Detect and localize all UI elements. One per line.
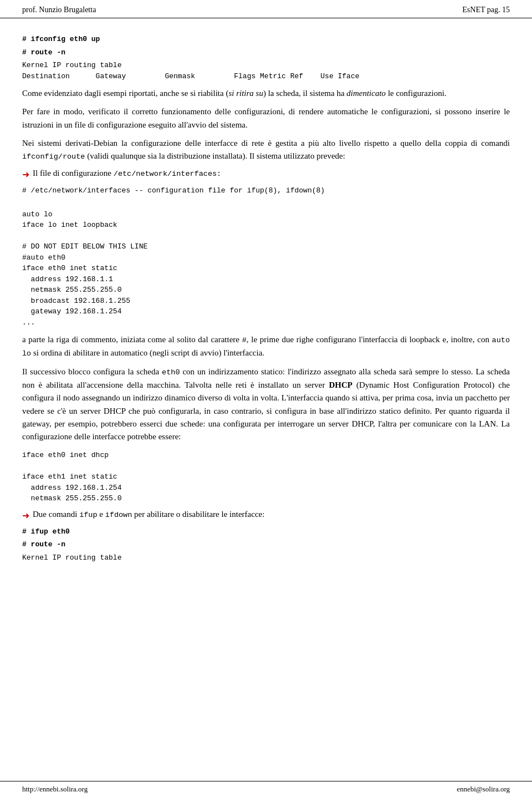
paragraph-1: Come evidenziato dagli esempi riportati,…	[22, 87, 510, 100]
arrow-text-1: Il file di configurazione /etc/network/i…	[33, 169, 510, 178]
code-bold-2: # route -n	[22, 48, 65, 57]
arrow-icon-2: ➜	[22, 510, 29, 521]
page-header: prof. Nunzio Brugaletta EsNET pag. 15	[0, 0, 532, 18]
code-ifdown: ifdown	[105, 511, 132, 519]
italic-phrase: si ritira su	[228, 89, 263, 98]
code-ifconfig-route: ifconfig/route	[22, 153, 85, 161]
paragraph-4: a parte la riga di commento, iniziata co…	[22, 333, 510, 360]
interfaces-code-block: # /etc/network/interfaces -- configurati…	[22, 184, 510, 329]
header-right: EsNET pag. 15	[462, 6, 510, 14]
page-footer: http://ennebi.solira.org ennebi@solira.o…	[0, 781, 532, 797]
paragraph-2: Per fare in modo, verificato il corretto…	[22, 105, 510, 131]
bold-dhcp: DHCP	[329, 380, 352, 389]
arrow-icon-1: ➜	[22, 169, 29, 180]
routing-table-header: Kernel IP routing table Destination Gate…	[22, 59, 510, 83]
paragraph-3: Nei sistemi derivati-Debian la configura…	[22, 137, 510, 163]
code-interfaces-path: /etc/network/interfaces:	[114, 170, 221, 178]
code-auto-lo: auto lo	[22, 336, 510, 358]
final-bold-2: # route -n	[22, 540, 65, 549]
code-bold-1: # ifconfig eth0 up	[22, 35, 100, 43]
final-code-line-3: Kernel IP routing table	[22, 551, 510, 565]
italic-dimenticato: dimenticato	[346, 89, 386, 98]
arrow-item-2: ➜ Due comandi ifup e ifdown per abilitar…	[22, 510, 510, 521]
final-code-line-2: # route -n	[22, 538, 510, 551]
initial-code-block: # ifconfig eth0 up # route -n Kernel IP …	[22, 33, 510, 83]
arrow-text-2: Due comandi ifup e ifdown per abilitare …	[33, 510, 510, 519]
footer-left: http://ennebi.solira.org	[22, 785, 88, 794]
code-eth0: eth0	[162, 368, 180, 377]
paragraph-5: Il successivo blocco configura la scheda…	[22, 365, 510, 443]
arrow-item-1: ➜ Il file di configurazione /etc/network…	[22, 169, 510, 180]
header-left: prof. Nunzio Brugaletta	[22, 6, 96, 14]
main-content: # ifconfig eth0 up # route -n Kernel IP …	[0, 18, 532, 602]
final-code-block: # ifup eth0 # route -n Kernel IP routing…	[22, 525, 510, 565]
dhcp-code-block: iface eth0 inet dhcp iface eth1 inet sta…	[22, 449, 510, 505]
code-line-2: # route -n	[22, 46, 510, 59]
final-code-line-1: # ifup eth0	[22, 525, 510, 539]
code-ifup: ifup	[79, 511, 97, 519]
interfaces-comment: # /etc/network/interfaces -- configurati…	[22, 184, 510, 197]
code-hash: #	[242, 336, 247, 344]
footer-right: ennebi@solira.org	[457, 785, 510, 794]
dhcp-code-body: iface eth0 inet dhcp iface eth1 inet sta…	[22, 449, 510, 505]
code-line-1: # ifconfig eth0 up	[22, 33, 510, 46]
interfaces-body: auto lo iface lo inet loopback # DO NOT …	[22, 197, 510, 329]
final-bold-1: # ifup eth0	[22, 527, 70, 536]
